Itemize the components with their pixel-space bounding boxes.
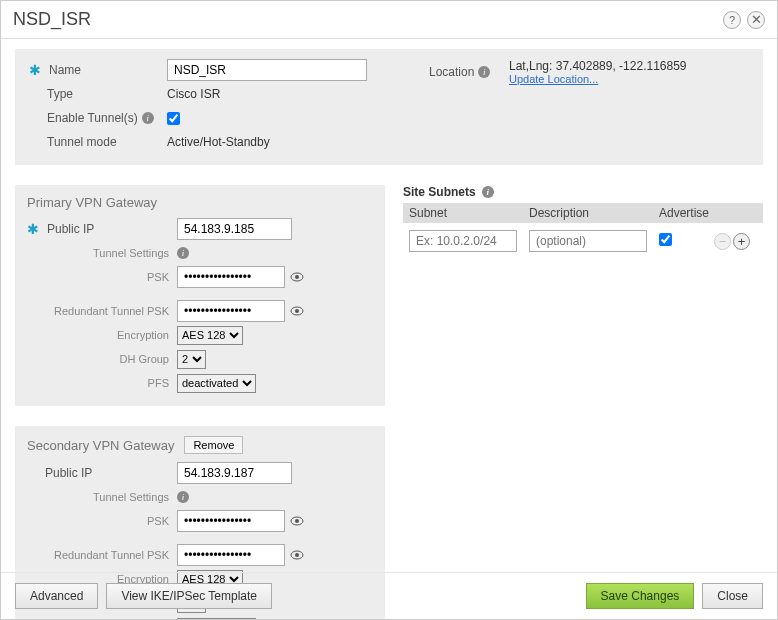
eye-icon[interactable]	[289, 272, 305, 282]
info-icon[interactable]: i	[478, 66, 490, 78]
type-value: Cisco ISR	[167, 87, 220, 101]
top-panel: ✱Name Type Cisco ISR Enable Tunnel(s) i …	[15, 49, 763, 165]
tunnel-settings-label: Tunnel Settings	[93, 491, 169, 503]
primary-gateway-title: Primary VPN Gateway	[27, 195, 373, 210]
required-star: ✱	[27, 221, 39, 237]
tunnel-mode-value: Active/Hot-Standby	[167, 135, 270, 149]
subnet-row: − +	[403, 223, 763, 255]
svg-point-7	[295, 553, 299, 557]
redundant-psk-label: Redundant Tunnel PSK	[54, 305, 169, 317]
name-label: Name	[49, 63, 81, 77]
latlng-label: Lat,Lng:	[509, 59, 552, 73]
add-subnet-button[interactable]: +	[733, 233, 750, 250]
primary-public-ip-input[interactable]	[177, 218, 292, 240]
info-icon[interactable]: i	[177, 491, 189, 503]
eye-icon[interactable]	[289, 306, 305, 316]
dialog-footer: Advanced View IKE/IPSec Template Save Ch…	[1, 572, 777, 619]
svg-point-3	[295, 309, 299, 313]
primary-encryption-select[interactable]: AES 128	[177, 326, 243, 345]
update-location-link[interactable]: Update Location...	[509, 73, 687, 85]
close-icon[interactable]: ✕	[747, 11, 765, 29]
subnet-desc-input[interactable]	[529, 230, 647, 252]
redundant-psk-label: Redundant Tunnel PSK	[54, 549, 169, 561]
view-template-button[interactable]: View IKE/IPSec Template	[106, 583, 272, 609]
encryption-label: Encryption	[117, 329, 169, 341]
eye-icon[interactable]	[289, 550, 305, 560]
type-label: Type	[47, 87, 73, 101]
subnet-table: Subnet Description Advertise − +	[403, 203, 763, 255]
dh-group-label: DH Group	[119, 353, 169, 365]
subnet-header-subnet: Subnet	[403, 203, 523, 223]
tunnel-settings-label: Tunnel Settings	[93, 247, 169, 259]
name-input[interactable]	[167, 59, 367, 81]
secondary-gateway-title: Secondary VPN Gateway	[27, 438, 174, 453]
tunnel-mode-label: Tunnel mode	[47, 135, 117, 149]
help-icon[interactable]: ?	[723, 11, 741, 29]
pfs-label: PFS	[148, 377, 169, 389]
location-label: Location	[429, 65, 474, 79]
required-star: ✱	[29, 62, 41, 78]
svg-point-1	[295, 275, 299, 279]
enable-tunnels-label: Enable Tunnel(s)	[47, 111, 138, 125]
close-button[interactable]: Close	[702, 583, 763, 609]
subnet-header-description: Description	[523, 203, 653, 223]
subnet-input[interactable]	[409, 230, 517, 252]
save-changes-button[interactable]: Save Changes	[586, 583, 695, 609]
primary-pfs-select[interactable]: deactivated	[177, 374, 256, 393]
info-icon[interactable]: i	[482, 186, 494, 198]
subnet-advertise-checkbox[interactable]	[659, 233, 672, 246]
remove-secondary-button[interactable]: Remove	[184, 436, 243, 454]
secondary-public-ip-input[interactable]	[177, 462, 292, 484]
subnet-header-advertise: Advertise	[653, 203, 708, 223]
dialog-title: NSD_ISR	[13, 9, 717, 30]
primary-gateway-box: Primary VPN Gateway ✱Public IP Tunnel Se…	[15, 185, 385, 406]
svg-point-5	[295, 519, 299, 523]
secondary-psk-input[interactable]	[177, 510, 285, 532]
advanced-button[interactable]: Advanced	[15, 583, 98, 609]
public-ip-label: Public IP	[47, 222, 94, 236]
psk-label: PSK	[147, 515, 169, 527]
latlng-value: 37.402889, -122.116859	[556, 59, 687, 73]
psk-label: PSK	[147, 271, 169, 283]
enable-tunnels-checkbox[interactable]	[167, 112, 180, 125]
secondary-redundant-psk-input[interactable]	[177, 544, 285, 566]
info-icon[interactable]: i	[142, 112, 154, 124]
info-icon[interactable]: i	[177, 247, 189, 259]
site-subnets-title: Site Subnets	[403, 185, 476, 199]
primary-dh-select[interactable]: 2	[177, 350, 206, 369]
primary-redundant-psk-input[interactable]	[177, 300, 285, 322]
remove-subnet-button[interactable]: −	[714, 233, 731, 250]
primary-psk-input[interactable]	[177, 266, 285, 288]
public-ip-label: Public IP	[45, 466, 92, 480]
eye-icon[interactable]	[289, 516, 305, 526]
